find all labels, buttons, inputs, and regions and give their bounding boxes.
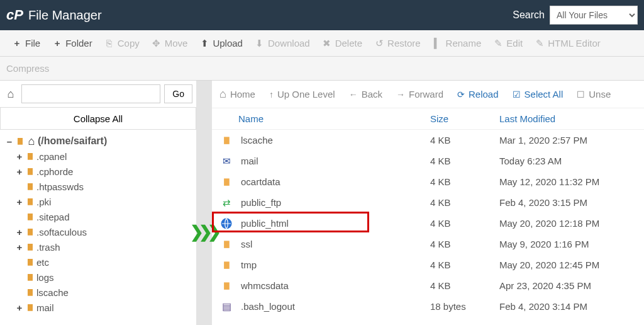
tree-item[interactable]: etc — [4, 254, 192, 270]
search-scope-select[interactable]: All Your Files — [550, 6, 638, 25]
move-button[interactable]: Move — [146, 34, 194, 53]
folder-tree: (/home/saifart).cpanel.cphorde.htpasswds… — [0, 134, 196, 325]
path-input[interactable] — [21, 84, 160, 103]
table-row[interactable]: public_ftp4 KBFeb 4, 2020 3:15 PM — [212, 192, 644, 213]
table-row[interactable]: lscache4 KBMar 1, 2020 2:57 PM — [212, 130, 644, 151]
tree-item[interactable]: .trash — [4, 239, 192, 254]
file-nav-toolbar: Home Up One Level Back Forward Reload Se… — [212, 81, 644, 108]
table-row[interactable]: public_html4 KBMay 20, 2020 12:18 PM — [212, 213, 644, 234]
tree-item-label: logs — [36, 272, 54, 283]
nav-unselect-button[interactable]: Unse — [577, 89, 611, 100]
collapse-icon[interactable] — [5, 136, 14, 147]
tree-item[interactable]: .softaculous — [4, 224, 192, 239]
file-modified: May 9, 2020 1:16 PM — [499, 239, 636, 249]
tree-item[interactable]: logs — [4, 270, 192, 285]
rename-button[interactable]: Rename — [427, 34, 488, 53]
download-button[interactable]: Download — [249, 34, 316, 53]
document-icon — [219, 300, 233, 312]
ftp-icon — [219, 197, 233, 208]
tree-item-label: lscache — [36, 287, 69, 298]
folder-icon — [219, 134, 233, 147]
tree-item[interactable]: .cphorde — [4, 164, 192, 179]
nav-home-button[interactable]: Home — [219, 88, 255, 101]
file-table-header: Name Size Last Modified — [212, 108, 644, 130]
nav-reload-button[interactable]: Reload — [457, 89, 499, 100]
table-row[interactable]: mail4 KBToday 6:23 AM — [212, 151, 644, 171]
expand-icon[interactable] — [15, 227, 24, 237]
expand-icon[interactable] — [15, 151, 24, 162]
table-row[interactable]: .bash_logout18 bytesFeb 4, 2020 3:14 PM — [212, 296, 644, 317]
up-icon — [269, 89, 274, 100]
folder-icon — [24, 196, 36, 207]
expand-icon[interactable] — [15, 197, 24, 207]
html-editor-button[interactable]: HTML Editor — [529, 34, 607, 53]
tree-item[interactable]: .htpasswds — [4, 179, 192, 194]
file-modified: Today 6:23 AM — [499, 156, 636, 166]
file-name: ocartdata — [241, 176, 280, 187]
nav-select-all-button[interactable]: Select All — [513, 89, 564, 100]
folder-icon — [24, 256, 36, 268]
file-size: 4 KB — [430, 176, 499, 187]
tree-root-label: (/home/saifart) — [38, 135, 107, 147]
file-size: 4 KB — [430, 156, 499, 166]
home-icon[interactable] — [4, 88, 18, 101]
panel-divider[interactable]: ❯❯❯ — [196, 81, 212, 325]
col-header-modified[interactable]: Last Modified — [499, 113, 636, 124]
file-size: 4 KB — [430, 239, 499, 249]
table-row[interactable]: tmp4 KBMay 20, 2020 12:45 PM — [212, 254, 644, 275]
right-panel: Home Up One Level Back Forward Reload Se… — [212, 81, 644, 325]
folder-icon — [24, 271, 36, 283]
expand-icon[interactable] — [15, 242, 24, 253]
file-name: tmp — [241, 259, 257, 270]
table-row[interactable]: whmcsdata4 KBApr 23, 2020 4:35 PM — [212, 275, 644, 296]
main-toolbar: File Folder Copy Move Upload Download De… — [0, 30, 644, 57]
file-name: mail — [241, 156, 258, 166]
expand-icon[interactable] — [15, 166, 24, 177]
tree-item[interactable]: .cpanel — [4, 149, 192, 164]
nav-forward-button[interactable]: Forward — [396, 89, 443, 100]
file-size: 4 KB — [430, 280, 499, 291]
upload-button[interactable]: Upload — [194, 34, 249, 53]
file-modified: Mar 1, 2020 2:57 PM — [499, 135, 636, 145]
file-modified: May 20, 2020 12:18 PM — [499, 218, 636, 229]
tree-item[interactable]: .pki — [4, 194, 192, 209]
folder-icon — [24, 241, 36, 253]
folder-button[interactable]: Folder — [47, 34, 99, 52]
nav-up-button[interactable]: Up One Level — [269, 89, 335, 100]
tree-item[interactable]: mail — [4, 300, 192, 315]
back-icon — [349, 89, 358, 100]
file-size: 4 KB — [430, 259, 499, 270]
file-name: whmcsdata — [241, 280, 289, 291]
expand-icon[interactable] — [15, 302, 24, 313]
file-button[interactable]: File — [6, 34, 47, 52]
col-header-size[interactable]: Size — [430, 113, 499, 124]
brand-bar: cP File Manager Search All Your Files — [0, 0, 644, 30]
tree-item[interactable]: .sitepad — [4, 209, 192, 224]
delete-button[interactable]: Delete — [316, 34, 369, 53]
collapse-all-button[interactable]: Collapse All — [0, 107, 196, 130]
tree-item[interactable]: lscache — [4, 285, 192, 300]
table-row[interactable]: ocartdata4 KBMay 12, 2020 11:32 PM — [212, 171, 644, 192]
plus-icon — [13, 38, 21, 48]
compress-button[interactable]: Compress — [6, 59, 49, 77]
folder-icon — [24, 166, 36, 177]
folder-icon — [219, 258, 233, 271]
file-name: public_ftp — [241, 197, 281, 208]
copy-button[interactable]: Copy — [99, 34, 146, 52]
file-size: 4 KB — [430, 197, 499, 208]
restore-button[interactable]: Restore — [369, 34, 427, 53]
file-size: 4 KB — [430, 135, 499, 145]
nav-back-button[interactable]: Back — [349, 89, 382, 100]
folder-icon — [219, 279, 233, 292]
col-header-name[interactable]: Name — [219, 113, 430, 124]
tree-root[interactable]: (/home/saifart) — [4, 134, 192, 149]
home-icon — [219, 88, 226, 101]
tree-item-label: .htpasswds — [36, 181, 84, 192]
file-size: 18 bytes — [430, 301, 499, 312]
edit-button[interactable]: Edit — [487, 34, 529, 53]
folder-icon — [14, 135, 26, 147]
app-title: File Manager — [28, 8, 102, 23]
tree-item-label: .cphorde — [36, 166, 73, 177]
table-row[interactable]: ssl4 KBMay 9, 2020 1:16 PM — [212, 234, 644, 254]
go-button[interactable]: Go — [164, 84, 192, 103]
